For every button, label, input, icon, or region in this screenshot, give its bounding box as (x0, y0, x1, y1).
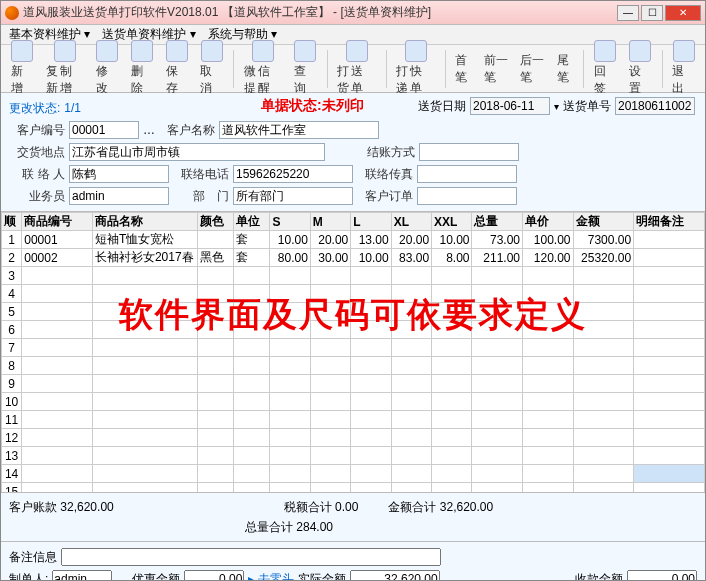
table-row[interactable]: 3 (2, 267, 705, 285)
exit-button[interactable]: 退 出 (666, 38, 701, 99)
settle-input[interactable] (419, 143, 519, 161)
next-button[interactable]: 后一笔 (514, 50, 551, 88)
wechat-button-label: 微信提醒 (244, 63, 282, 97)
cust-name-input[interactable] (219, 121, 379, 139)
last-button[interactable]: 尾笔 (551, 50, 579, 88)
col-s[interactable]: S (270, 213, 310, 231)
maker-input[interactable] (52, 570, 112, 581)
contact-input[interactable] (69, 165, 169, 183)
table-row[interactable]: 5 (2, 303, 705, 321)
col-price[interactable]: 单价 (523, 213, 574, 231)
delete-button[interactable]: 删 除 (125, 38, 160, 99)
copy-new-button[interactable]: 复制新增 (40, 38, 90, 99)
close-button[interactable]: ✕ (665, 5, 701, 21)
table-row[interactable]: 10 (2, 393, 705, 411)
memo-input[interactable] (61, 548, 441, 566)
fax-label: 联络传真 (357, 166, 413, 183)
delete-icon (131, 40, 153, 62)
table-row[interactable]: 15 (2, 483, 705, 493)
wechat-button[interactable]: 微信提醒 (238, 38, 288, 99)
save-button[interactable]: 保 存 (160, 38, 195, 99)
table-row[interactable]: 9 (2, 375, 705, 393)
delivery-date-input[interactable] (470, 97, 550, 115)
update-state-label: 更改状态: (9, 100, 60, 117)
print-express-button[interactable]: 打快递单 (390, 38, 440, 99)
qty-total-value: 284.00 (296, 520, 333, 534)
edit-icon (96, 40, 118, 62)
cust-ar-value: 32,620.00 (60, 500, 113, 514)
fax-input[interactable] (417, 165, 517, 183)
col-l[interactable]: L (351, 213, 391, 231)
dept-input[interactable] (233, 187, 353, 205)
cust-ar-label: 客户账款 (9, 500, 57, 514)
table-row[interactable]: 100001短袖T恤女宽松套10.0020.0013.0020.0010.007… (2, 231, 705, 249)
real-amount-label: 实际金额 (298, 571, 346, 582)
first-button[interactable]: 首笔 (449, 50, 477, 88)
maker-lookup-icon[interactable]: … (116, 572, 128, 581)
next-button-label: 后一笔 (520, 52, 545, 86)
cancel-button[interactable]: 取 消 (194, 38, 229, 99)
query-button-label: 查 询 (294, 63, 317, 97)
lookup-icon[interactable]: … (143, 123, 155, 137)
table-row[interactable]: 7 (2, 339, 705, 357)
copy-new-icon (54, 40, 76, 62)
cust-no-label: 客户编号 (9, 122, 65, 139)
table-row[interactable]: 6 (2, 321, 705, 339)
cancel-button-label: 取 消 (200, 63, 223, 97)
col-amt[interactable]: 金额 (573, 213, 634, 231)
new-button[interactable]: 新 增 (5, 38, 40, 99)
edit-button[interactable]: 修 改 (90, 38, 125, 99)
calendar-icon[interactable]: ▾ (554, 101, 559, 112)
col-rn[interactable]: 顺 (2, 213, 22, 231)
save-icon (166, 40, 188, 62)
table-row[interactable]: 14 (2, 465, 705, 483)
settings-button[interactable]: 设 置 (623, 38, 658, 99)
table-row[interactable]: 8 (2, 357, 705, 375)
receive-label: 收款金额 (575, 571, 623, 582)
address-label: 交货地点 (9, 144, 65, 161)
table-row[interactable]: 11 (2, 411, 705, 429)
phone-label: 联络电话 (173, 166, 229, 183)
delete-button-label: 删 除 (131, 63, 154, 97)
query-button[interactable]: 查 询 (288, 38, 323, 99)
first-button-label: 首笔 (455, 52, 471, 86)
minimize-button[interactable]: — (617, 5, 639, 21)
receive-input[interactable] (627, 570, 697, 581)
salesman-input[interactable] (69, 187, 169, 205)
exit-button-label: 退 出 (672, 63, 695, 97)
col-code[interactable]: 商品编号 (22, 213, 93, 231)
detail-grid[interactable]: 顺商品编号商品名称颜色单位SMLXLXXL总量单价金额明细备注100001短袖T… (1, 212, 705, 492)
table-row[interactable]: 4 (2, 285, 705, 303)
reply-button[interactable]: 回 签 (588, 38, 623, 99)
cust-no-input[interactable] (69, 121, 139, 139)
wipe-zero-link[interactable]: ▸ 去零头 (248, 571, 293, 582)
amount-total-value: 32,620.00 (440, 500, 493, 514)
salesman-label: 业务员 (9, 188, 65, 205)
col-xxl[interactable]: XXL (432, 213, 472, 231)
print-express-icon (405, 40, 427, 62)
col-memo[interactable]: 明细备注 (634, 213, 705, 231)
edit-button-label: 修 改 (96, 63, 119, 97)
col-color[interactable]: 颜色 (197, 213, 233, 231)
col-qty[interactable]: 总量 (472, 213, 523, 231)
col-xl[interactable]: XL (391, 213, 431, 231)
delivery-no-label: 送货单号 (563, 98, 611, 115)
address-input[interactable] (69, 143, 325, 161)
print-delivery-button-label: 打送货单 (337, 63, 375, 97)
col-m[interactable]: M (310, 213, 350, 231)
maximize-button[interactable]: ☐ (641, 5, 663, 21)
print-express-button-label: 打快递单 (396, 63, 434, 97)
tax-total-label: 税额合计 (284, 500, 332, 514)
col-name[interactable]: 商品名称 (92, 213, 197, 231)
table-row[interactable]: 13 (2, 447, 705, 465)
phone-input[interactable] (233, 165, 353, 183)
table-row[interactable]: 12 (2, 429, 705, 447)
prev-button[interactable]: 前一笔 (478, 50, 515, 88)
delivery-no-input[interactable] (615, 97, 695, 115)
print-delivery-button[interactable]: 打送货单 (331, 38, 381, 99)
col-unit[interactable]: 单位 (234, 213, 270, 231)
discount-input[interactable] (184, 570, 244, 581)
memo-label: 备注信息 (9, 549, 57, 566)
table-row[interactable]: 200002长袖衬衫女2017春黑色套80.0030.0010.0083.008… (2, 249, 705, 267)
custord-input[interactable] (417, 187, 517, 205)
